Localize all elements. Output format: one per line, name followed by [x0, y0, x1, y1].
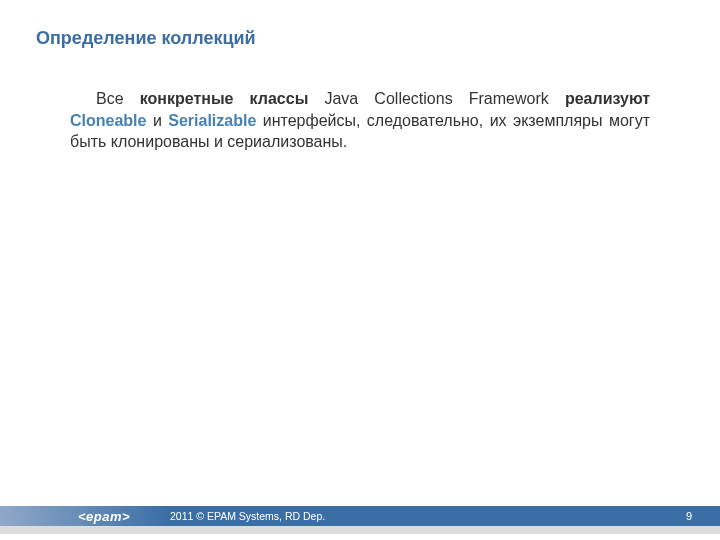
body-paragraph: Все конкретные классы Java Collections F… — [70, 88, 650, 153]
bold-run: реализуют — [565, 90, 650, 107]
copyright-text: 2011 © EPAM Systems, RD Dep. — [170, 506, 325, 526]
text-run: Все — [96, 90, 124, 107]
keyword-serializable: Serializable — [168, 112, 256, 129]
text-run: Java Collections Framework — [324, 90, 548, 107]
page-number: 9 — [686, 506, 692, 526]
slide: Определение коллекций Все конкретные кла… — [0, 0, 720, 540]
bold-run: конкретные классы — [140, 90, 309, 107]
slide-title: Определение коллекций — [36, 28, 256, 49]
footer-shadow — [0, 526, 720, 534]
keyword-cloneable: Cloneable — [70, 112, 146, 129]
logo: <epam> — [72, 506, 136, 526]
text-run: и — [153, 112, 162, 129]
